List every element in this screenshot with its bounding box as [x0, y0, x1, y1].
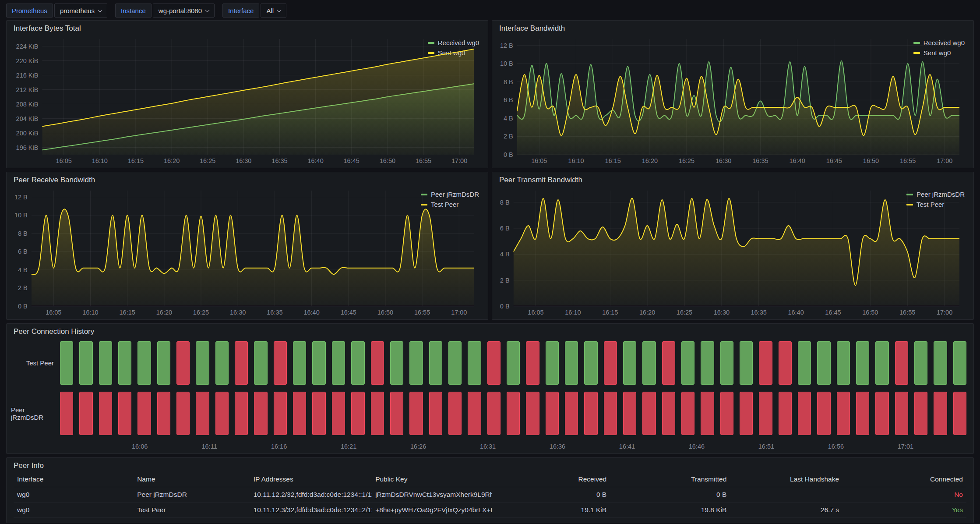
cell-interface: wg0 — [14, 487, 134, 503]
cell-connected: No — [843, 487, 966, 503]
column-header-transmitted[interactable]: Transmitted — [610, 472, 730, 487]
variable-group: InterfaceAll — [222, 4, 286, 18]
x-axis-tick-label: 16:55 — [414, 309, 430, 316]
series-area — [42, 49, 474, 155]
cell-ip-addresses: 10.11.12.2/32,fdfd:d3ad:c0de:1234::1/128 — [250, 487, 372, 503]
status-bar — [99, 392, 112, 435]
status-bar — [934, 392, 947, 435]
time-series-plot[interactable]: 0 B2 B4 B6 B8 B10 B12 B16:0516:1016:1516… — [11, 185, 419, 318]
variable-dropdown[interactable]: wg-portal:8080 — [153, 4, 215, 18]
status-bar — [740, 341, 753, 385]
y-axis-tick-label: 4 B — [18, 266, 28, 273]
status-bar — [817, 341, 830, 385]
y-axis-tick-label: 10 B — [14, 212, 28, 219]
x-axis-tick-label: 16:11 — [202, 443, 217, 450]
status-bar — [584, 392, 597, 435]
variable-label[interactable]: Prometheus — [6, 4, 53, 18]
variable-dropdown[interactable]: All — [261, 4, 286, 18]
panel-body: 0 B2 B4 B6 B8 B16:0516:1016:1516:2016:25… — [492, 185, 973, 319]
column-header-interface[interactable]: Interface — [14, 472, 134, 487]
status-bar — [176, 392, 190, 435]
status-bar — [468, 392, 481, 435]
status-bar — [215, 341, 229, 385]
status-bar — [79, 341, 92, 385]
y-axis-tick-label: 8 B — [504, 78, 513, 85]
panel-body: 0 B2 B4 B6 B8 B10 B12 B16:0516:1016:1516… — [492, 34, 973, 168]
status-bar — [720, 392, 733, 435]
cell-transmitted: 19.8 KiB — [610, 503, 730, 518]
cell-name: Peer jRzmDsDR — [134, 487, 250, 503]
status-bar — [701, 392, 714, 435]
x-axis-tick-label: 16:30 — [230, 309, 246, 316]
x-axis-tick-label: 16:05 — [56, 157, 72, 164]
x-axis-tick-label: 17:01 — [898, 443, 913, 450]
chart-canvas[interactable]: 0 B2 B4 B6 B8 B10 B12 B16:0516:1016:1516… — [11, 185, 477, 318]
panel-title[interactable]: Interface Bytes Total — [7, 21, 488, 34]
cell-received: 19.1 KiB — [492, 503, 610, 518]
status-bar — [274, 341, 287, 385]
chart-canvas[interactable]: 196 KiB200 KiB204 KiB208 KiB212 KiB216 K… — [11, 34, 477, 166]
panel-interface-bytes-total: Interface Bytes Total 196 KiB200 KiB204 … — [6, 20, 488, 168]
status-bar — [429, 392, 442, 435]
x-axis-tick-label: 16:45 — [825, 309, 841, 316]
status-bar — [176, 341, 190, 385]
chevron-down-icon — [98, 8, 102, 12]
status-bar — [662, 392, 675, 435]
status-row: Peer jRzmDsDR — [11, 392, 966, 435]
x-axis-tick-label: 16:35 — [751, 309, 767, 316]
status-bar — [196, 341, 209, 385]
status-x-axis: 16:0616:1116:1616:2116:2616:3116:3616:41… — [60, 442, 966, 451]
status-bars — [60, 341, 966, 385]
status-bar — [351, 392, 364, 435]
variable-label[interactable]: Instance — [115, 4, 152, 18]
panel-title[interactable]: Peer Transmit Bandwidth — [492, 172, 973, 185]
y-axis-tick-label: 8 B — [500, 199, 510, 206]
variable-label[interactable]: Interface — [222, 4, 259, 18]
status-bar — [409, 341, 423, 385]
status-bar — [293, 392, 306, 435]
status-bar — [235, 341, 248, 385]
panel-title[interactable]: Peer Info — [7, 458, 973, 471]
column-header-name[interactable]: Name — [134, 472, 250, 487]
panel-title[interactable]: Peer Connection History — [7, 324, 973, 337]
x-axis-tick-label: 16:10 — [82, 309, 98, 316]
status-bar — [196, 392, 209, 435]
x-axis-tick-label: 16:06 — [132, 443, 148, 450]
status-bar — [623, 392, 636, 435]
x-axis-tick-label: 16:25 — [679, 157, 694, 164]
y-axis-tick-label: 220 KiB — [16, 57, 39, 64]
x-axis-tick-label: 16:36 — [550, 443, 565, 450]
x-axis-tick-label: 16:25 — [200, 157, 215, 164]
status-bar — [934, 341, 947, 385]
table-row: wg0Peer jRzmDsDR10.11.12.2/32,fdfd:d3ad:… — [14, 487, 966, 503]
column-header-public-key[interactable]: Public Key — [372, 472, 492, 487]
variable-dropdown[interactable]: prometheus — [54, 4, 107, 18]
x-axis-tick-label: 16:46 — [689, 443, 705, 450]
y-axis-tick-label: 2 B — [500, 277, 510, 284]
status-bar — [371, 341, 384, 385]
column-header-ip-addresses[interactable]: IP Addresses — [250, 472, 372, 487]
status-bar — [137, 392, 151, 435]
column-header-last-handshake[interactable]: Last Handshake — [730, 472, 843, 487]
chart-canvas[interactable]: 0 B2 B4 B6 B8 B10 B12 B16:0516:1016:1516… — [497, 34, 963, 166]
y-axis-tick-label: 216 KiB — [16, 72, 39, 79]
status-row: Test Peer — [11, 341, 966, 385]
status-bar — [487, 392, 501, 435]
status-bar — [895, 341, 908, 385]
x-axis-tick-label: 16:30 — [236, 157, 251, 164]
x-axis-tick-label: 16:35 — [271, 157, 287, 164]
column-header-connected[interactable]: Connected — [843, 472, 966, 487]
chart-canvas[interactable]: 0 B2 B4 B6 B8 B16:0516:1016:1516:2016:25… — [497, 185, 963, 318]
x-axis-tick-label: 16:20 — [639, 309, 655, 316]
time-series-plot[interactable]: 196 KiB200 KiB204 KiB208 KiB212 KiB216 K… — [11, 34, 426, 166]
y-axis-tick-label: 6 B — [500, 225, 510, 232]
status-bar — [409, 392, 423, 435]
column-header-received[interactable]: Received — [492, 472, 610, 487]
status-bar — [681, 392, 694, 435]
time-series-plot[interactable]: 0 B2 B4 B6 B8 B16:0516:1016:1516:2016:25… — [497, 185, 905, 318]
time-series-plot[interactable]: 0 B2 B4 B6 B8 B10 B12 B16:0516:1016:1516… — [497, 34, 912, 166]
x-axis-tick-label: 16:10 — [565, 309, 581, 316]
status-bar — [312, 392, 325, 435]
panel-title[interactable]: Peer Receive Bandwidth — [7, 172, 488, 185]
panel-title[interactable]: Interface Bandwidth — [492, 21, 973, 34]
